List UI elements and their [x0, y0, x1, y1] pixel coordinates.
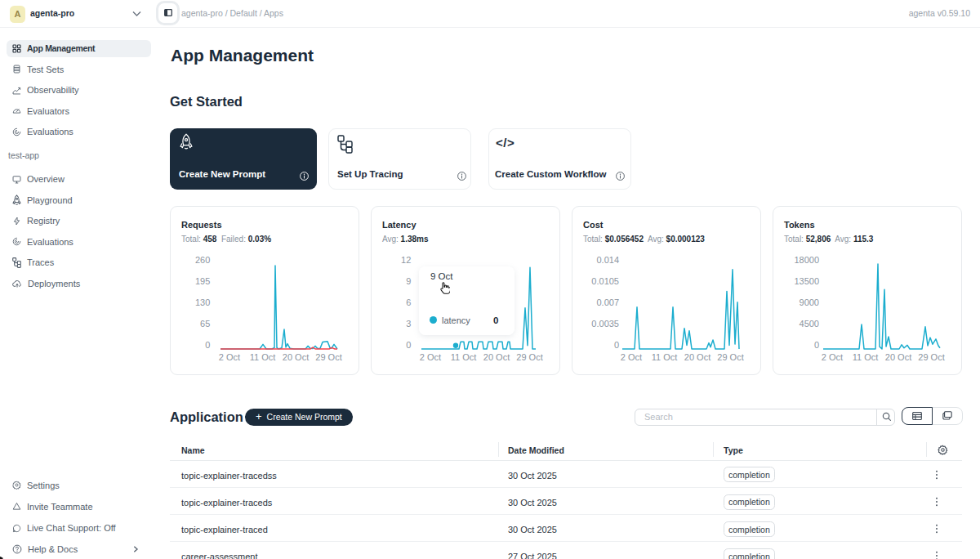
svg-text:29 Oct: 29 Oct — [516, 352, 542, 362]
svg-text:20 Oct: 20 Oct — [483, 352, 510, 362]
svg-text:260: 260 — [195, 255, 210, 265]
svg-text:11 Oct: 11 Oct — [451, 352, 477, 362]
svg-text:11 Oct: 11 Oct — [652, 352, 678, 362]
svg-text:3: 3 — [406, 319, 411, 329]
svg-text:11 Oct: 11 Oct — [250, 352, 276, 362]
svg-text:9: 9 — [406, 276, 411, 286]
svg-text:0: 0 — [814, 340, 819, 350]
svg-text:0: 0 — [205, 340, 210, 350]
svg-text:0: 0 — [406, 340, 411, 350]
svg-text:0.0035: 0.0035 — [591, 319, 619, 329]
svg-text:0.014: 0.014 — [596, 255, 619, 265]
svg-text:20 Oct: 20 Oct — [885, 352, 911, 362]
svg-text:13500: 13500 — [794, 276, 819, 286]
svg-text:11 Oct: 11 Oct — [853, 352, 879, 362]
svg-text:29 Oct: 29 Oct — [315, 352, 341, 362]
svg-text:20 Oct: 20 Oct — [684, 352, 710, 362]
svg-text:0.007: 0.007 — [596, 297, 619, 307]
svg-text:2 Oct: 2 Oct — [420, 352, 441, 362]
svg-text:4500: 4500 — [800, 319, 819, 329]
svg-text:6: 6 — [406, 297, 411, 307]
svg-text:29 Oct: 29 Oct — [918, 352, 944, 362]
svg-text:20 Oct: 20 Oct — [283, 352, 309, 362]
svg-text:29 Oct: 29 Oct — [717, 352, 743, 362]
svg-text:2 Oct: 2 Oct — [219, 352, 240, 362]
svg-text:0: 0 — [614, 340, 619, 350]
svg-text:0.0105: 0.0105 — [591, 276, 619, 286]
svg-text:18000: 18000 — [794, 255, 819, 265]
svg-text:195: 195 — [195, 276, 210, 286]
svg-text:65: 65 — [200, 319, 210, 329]
svg-text:130: 130 — [195, 297, 210, 307]
svg-text:12: 12 — [401, 255, 411, 265]
svg-text:9000: 9000 — [800, 297, 819, 307]
svg-text:2 Oct: 2 Oct — [822, 352, 843, 362]
svg-text:2 Oct: 2 Oct — [621, 352, 642, 362]
